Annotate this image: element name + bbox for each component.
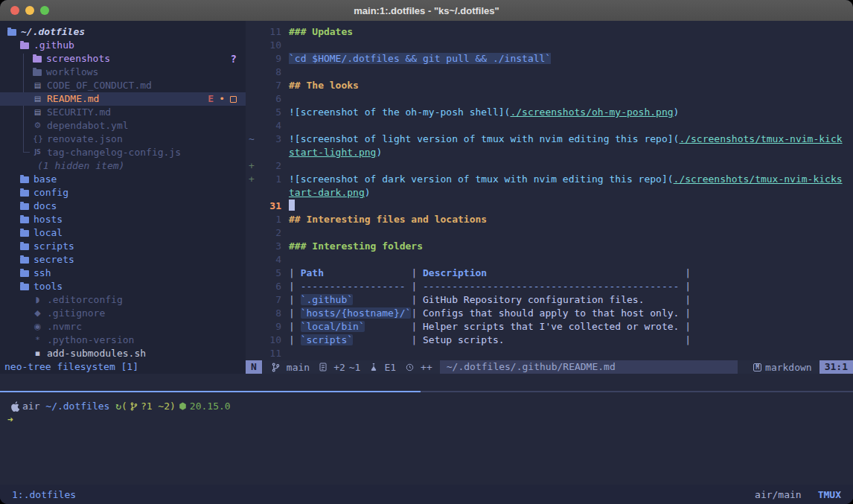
tree-item-1-hidden-item[interactable]: (1 hidden item) bbox=[0, 159, 246, 173]
line-text: tart-dark.png) bbox=[281, 186, 853, 200]
status-badge: • bbox=[219, 92, 225, 106]
pending-count: ++ bbox=[421, 362, 432, 373]
diff-added: +2 bbox=[333, 362, 345, 373]
tree-item-dotfiles[interactable]: ~/.dotfiles bbox=[0, 25, 246, 39]
line-number: 7 bbox=[261, 293, 281, 307]
tree-item-local[interactable]: local bbox=[0, 226, 246, 240]
editor-line[interactable]: 1## Interesting files and locations bbox=[246, 213, 853, 226]
editor-line[interactable]: ~3![screenshot of light version of tmux … bbox=[246, 133, 853, 146]
zoom-button[interactable] bbox=[40, 6, 49, 15]
node-version: 20.15.0 bbox=[190, 400, 231, 413]
mode-indicator: N bbox=[246, 360, 262, 374]
editor-line[interactable]: 4 bbox=[246, 119, 853, 133]
tree-item-secrets[interactable]: secrets bbox=[0, 253, 246, 267]
tree-item-add-submodules-sh[interactable]: ▪add-submodules.sh bbox=[0, 347, 246, 360]
tree-item-gitignore[interactable]: ◆.gitignore bbox=[0, 307, 246, 320]
tree-item-nvmrc[interactable]: ◉.nvmrc bbox=[0, 320, 246, 334]
file-diff-icon bbox=[319, 363, 327, 371]
editor-line[interactable]: 11 bbox=[246, 347, 853, 360]
gutter-sign bbox=[246, 52, 261, 66]
gutter-sign: + bbox=[246, 159, 261, 173]
editor-line[interactable]: 11### Updates bbox=[246, 25, 853, 39]
tree-item-security-md[interactable]: ▤SECURITY.md bbox=[0, 106, 246, 119]
traffic-lights bbox=[10, 0, 49, 21]
file-icon: ◗ bbox=[33, 293, 42, 307]
tree-item-label: secrets bbox=[33, 253, 74, 267]
tree-item-dependabot-yml[interactable]: ⚙dependabot.yml bbox=[0, 119, 246, 133]
editor-line[interactable]: 9`cd $HOME/.dotfiles && git pull && ./in… bbox=[246, 52, 853, 66]
tmux-window-tab[interactable]: 1:.dotfiles bbox=[12, 489, 76, 500]
editor-line[interactable]: 7| `.github` | GitHub Repository configu… bbox=[246, 293, 853, 307]
tree-item-readme-md[interactable]: ▤README.mdE• bbox=[0, 92, 246, 106]
tree-item-code-of-conduct-md[interactable]: ▤CODE_OF_CONDUCT.md bbox=[0, 79, 246, 92]
tree-item-workflows[interactable]: workflows bbox=[0, 66, 246, 79]
editor-line[interactable]: 3### Interesting folders bbox=[246, 240, 853, 253]
editor-line[interactable]: 4 bbox=[246, 253, 853, 267]
editor-line[interactable]: 7## The looks bbox=[246, 79, 853, 92]
tree-item-label: workflows bbox=[46, 66, 98, 79]
tree-item-scripts[interactable]: scripts bbox=[0, 240, 246, 253]
editor-line[interactable]: 5![screenshot of the oh-my-posh shell](.… bbox=[246, 106, 853, 119]
tree-item-tools[interactable]: tools bbox=[0, 280, 246, 293]
editor-line[interactable]: 10| `scripts` | Setup scripts. | bbox=[246, 334, 853, 347]
editor-line[interactable]: 6 bbox=[246, 92, 853, 106]
git-close: ) bbox=[170, 400, 176, 413]
line-number: 3 bbox=[261, 240, 281, 253]
line-number bbox=[261, 146, 281, 159]
gutter-sign bbox=[246, 226, 261, 240]
tree-item-ssh[interactable]: ssh bbox=[0, 267, 246, 280]
line-number: 4 bbox=[261, 119, 281, 133]
tree-item-base[interactable]: base bbox=[0, 173, 246, 186]
editor-line[interactable]: 8 bbox=[246, 66, 853, 79]
editor-line[interactable]: 2 bbox=[246, 226, 853, 240]
editor-line[interactable]: tart-dark.png) bbox=[246, 186, 853, 200]
tree-item-editorconfig[interactable]: ◗.editorconfig bbox=[0, 293, 246, 307]
editor-line[interactable]: 9| `local/bin` | Helper scripts that I'v… bbox=[246, 320, 853, 334]
editor-line[interactable]: 10 bbox=[246, 39, 853, 52]
line-text: start-light.png) bbox=[281, 146, 853, 159]
folder-icon bbox=[20, 243, 29, 250]
tree-item-config[interactable]: config bbox=[0, 186, 246, 200]
tree-item-hosts[interactable]: hosts bbox=[0, 213, 246, 226]
tree-item-docs[interactable]: docs bbox=[0, 200, 246, 213]
line-text: | Path | Description | bbox=[281, 267, 853, 280]
editor-line[interactable]: 5| Path | Description | bbox=[246, 267, 853, 280]
tree-item-label: base bbox=[33, 173, 57, 186]
gutter-sign bbox=[246, 79, 261, 92]
diff-changed: ~1 bbox=[349, 362, 361, 373]
tree-item-tag-changelog-config-js[interactable]: JStag-changelog-config.js bbox=[0, 146, 246, 159]
line-text: ### Interesting folders bbox=[281, 240, 853, 253]
line-text bbox=[281, 200, 853, 213]
tree-item-screenshots[interactable]: screenshots? bbox=[0, 52, 246, 66]
git-open: ( bbox=[121, 400, 127, 413]
tree-item-label: .editorconfig bbox=[47, 293, 123, 307]
line-number: 6 bbox=[261, 280, 281, 293]
gutter-sign bbox=[246, 293, 261, 307]
tree-item-renovate-json[interactable]: {}renovate.json bbox=[0, 133, 246, 146]
editor-line[interactable]: 8| `hosts/{hostname}/`| Configs that sho… bbox=[246, 307, 853, 320]
folder-icon bbox=[33, 56, 42, 63]
shell-input-line[interactable]: ➜ bbox=[7, 413, 853, 427]
editor-line[interactable]: start-light.png) bbox=[246, 146, 853, 159]
editor-line[interactable]: 31 bbox=[246, 200, 853, 213]
title-bar: main:1:.dotfiles - "ks~/.dotfiles" bbox=[0, 0, 853, 21]
file-icon: ◆ bbox=[33, 307, 42, 320]
window-title: main:1:.dotfiles - "ks~/.dotfiles" bbox=[354, 5, 499, 16]
line-number: 6 bbox=[261, 92, 281, 106]
tree-item-label: dependabot.yml bbox=[47, 119, 129, 133]
close-button[interactable] bbox=[10, 6, 19, 15]
terminal-window: main:1:.dotfiles - "ks~/.dotfiles" ~/.do… bbox=[0, 0, 853, 504]
file-icon: ▪ bbox=[33, 347, 42, 360]
tmux-flag: TMUX bbox=[818, 489, 841, 500]
editor-line[interactable]: 6| ------------------ | ----------------… bbox=[246, 280, 853, 293]
line-number: 11 bbox=[261, 347, 281, 360]
tree-item-github[interactable]: .github bbox=[0, 39, 246, 52]
editor-line[interactable]: +2 bbox=[246, 159, 853, 173]
line-text: ## The looks bbox=[281, 79, 853, 92]
minimize-button[interactable] bbox=[25, 6, 34, 15]
tree-item-python-version[interactable]: *.python-version bbox=[0, 334, 246, 347]
folder-icon bbox=[20, 284, 29, 290]
terminal-pane[interactable]: air ~/.dotfiles ↻ ( ?1 ~2 ) 20.15.0 bbox=[0, 392, 853, 485]
editor-line[interactable]: +1![screenshot of dark version of tmux w… bbox=[246, 173, 853, 186]
neo-tree-statusline: neo-tree filesystem [1] bbox=[0, 360, 246, 374]
